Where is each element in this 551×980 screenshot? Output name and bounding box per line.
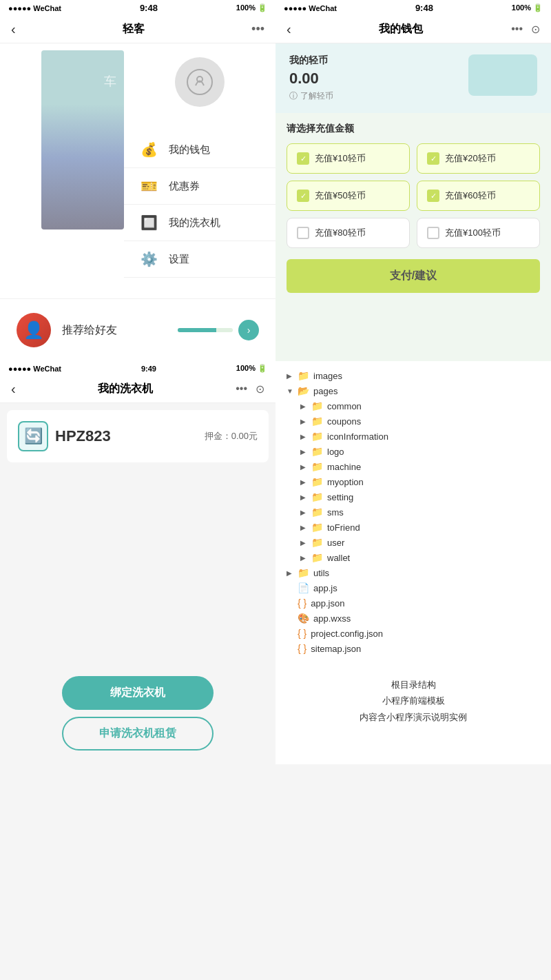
- tree-name-appwxss: app.wxss: [313, 613, 351, 624]
- wash-empty-area: [0, 469, 276, 662]
- wash-back-icon[interactable]: ‹: [11, 381, 16, 397]
- clothes-image: 车: [41, 50, 124, 229]
- filetree-panel: ▶ 📁 images ▼ 📂 pages ▶ 📁 common ▶ 📁 cou: [276, 361, 551, 764]
- wash-nav-bar: ‹ 我的洗衣机 ••• ⊙: [0, 376, 276, 403]
- wash-target-icon[interactable]: ⊙: [256, 382, 264, 396]
- machine-left: 🔄 HPZ823: [18, 421, 111, 451]
- menu-item-settings[interactable]: ⚙️ 设置: [124, 241, 276, 278]
- recommend-avatar: 👤: [17, 313, 51, 347]
- tree-coupons[interactable]: ▶ 📁 coupons: [300, 414, 540, 429]
- tree-arrow-myoption: ▶: [300, 478, 309, 486]
- tree-sitemap[interactable]: ▶ { } sitemap.json: [287, 641, 540, 656]
- tree-name-images: images: [313, 371, 342, 381]
- right-status-bar: ●●●●● WeChat 9:48 100% 🔋: [276, 0, 551, 16]
- left-more-icon[interactable]: •••: [251, 22, 264, 37]
- tree-name-appjs: app.js: [313, 583, 337, 593]
- tree-name-setting: setting: [327, 492, 353, 502]
- folder-icon-iconInfo: 📁: [311, 431, 323, 442]
- tree-arrow-toFriend: ▶: [300, 524, 309, 531]
- wash-battery: 100% 🔋: [236, 364, 267, 373]
- right-battery: 100% 🔋: [512, 3, 543, 12]
- tree-toFriend[interactable]: ▶ 📁 toFriend: [300, 520, 540, 535]
- tree-name-toFriend: toFriend: [327, 522, 360, 533]
- card-visual: [468, 54, 537, 96]
- tree-sms[interactable]: ▶ 📁 sms: [300, 504, 540, 520]
- tree-machine[interactable]: ▶ 📁 machine: [300, 459, 540, 474]
- tree-appjson[interactable]: ▶ { } app.json: [287, 595, 540, 611]
- check-100: [427, 227, 439, 239]
- tree-setting[interactable]: ▶ 📁 setting: [300, 489, 540, 504]
- tree-images[interactable]: ▶ 📁 images: [287, 368, 540, 383]
- machine-card: 🔄 HPZ823 押金：0.00元: [7, 410, 269, 462]
- recharge-label-50: 充值¥50轻币: [315, 190, 366, 202]
- pay-button[interactable]: 支付/建议: [287, 259, 540, 293]
- folder-icon-images: 📁: [298, 370, 309, 381]
- wallet-card: 我的轻币 0.00 ⓘ 了解轻币: [276, 43, 551, 113]
- wash-nav-icons: ••• ⊙: [236, 382, 264, 396]
- folder-icon-pages: 📂: [298, 385, 309, 396]
- recharge-item-20[interactable]: ✓ 充值¥20轻币: [417, 143, 540, 174]
- left-battery: 100% 🔋: [236, 3, 267, 12]
- recharge-grid: ✓ 充值¥10轻币 ✓ 充值¥20轻币 ✓ 充值¥50轻币 ✓ 充值¥60轻币: [287, 143, 540, 248]
- tree-name-sms: sms: [327, 507, 344, 518]
- recharge-label-80: 充值¥80轻币: [315, 227, 366, 239]
- tree-name-appjson: app.json: [311, 598, 344, 609]
- tree-name-projectconfig: project.config.json: [311, 629, 383, 639]
- tree-logo[interactable]: ▶ 📁 logo: [300, 444, 540, 459]
- tree-arrow-user: ▶: [300, 539, 309, 547]
- wash-panel: ●●●●● WeChat 9:49 100% 🔋 ‹ 我的洗衣机 ••• ⊙ 🔄…: [0, 361, 276, 764]
- tree-name-common: common: [327, 401, 362, 411]
- folder-icon-setting: 📁: [311, 491, 323, 502]
- tree-pages-children: ▶ 📁 common ▶ 📁 coupons ▶ 📁 iconInformati…: [287, 398, 540, 565]
- recharge-item-50[interactable]: ✓ 充值¥50轻币: [287, 181, 410, 211]
- right-nav-icons: ••• ⊙: [511, 23, 540, 36]
- tree-name-iconInfo: iconInformation: [327, 431, 388, 442]
- file-tree: ▶ 📁 images ▼ 📂 pages ▶ 📁 common ▶ 📁 cou: [287, 368, 540, 656]
- tree-myoption[interactable]: ▶ 📁 myoption: [300, 474, 540, 489]
- tree-utils[interactable]: ▶ 📁 utils: [287, 565, 540, 580]
- tree-appwxss[interactable]: ▶ 🎨 app.wxss: [287, 611, 540, 626]
- wash-more-icon[interactable]: •••: [236, 382, 247, 396]
- left-back-icon[interactable]: ‹: [11, 21, 16, 37]
- recharge-item-100[interactable]: 充值¥100轻币: [417, 218, 540, 248]
- bind-washer-button[interactable]: 绑定洗衣机: [62, 676, 214, 710]
- tree-arrow-utils: ▶: [287, 569, 295, 577]
- file-icon-projectconfig: { }: [298, 628, 306, 639]
- menu-item-washer[interactable]: 🔲 我的洗衣机: [124, 205, 276, 241]
- tree-pages[interactable]: ▼ 📂 pages: [287, 383, 540, 398]
- tree-name-coupons: coupons: [327, 416, 361, 427]
- right-time: 9:48: [415, 3, 433, 13]
- learn-coins[interactable]: ⓘ 了解轻币: [289, 90, 333, 102]
- right-back-icon[interactable]: ‹: [287, 21, 291, 37]
- rent-washer-button[interactable]: 申请洗衣机租赁: [62, 717, 214, 751]
- right-nav-title: 我的钱包: [291, 22, 512, 37]
- right-more-icon[interactable]: •••: [511, 23, 523, 36]
- tree-name-user: user: [327, 538, 344, 548]
- tree-user[interactable]: ▶ 📁 user: [300, 535, 540, 550]
- wash-time: 9:49: [141, 365, 156, 373]
- tree-wallet[interactable]: ▶ 📁 wallet: [300, 550, 540, 565]
- right-nav-bar: ‹ 我的钱包 ••• ⊙: [276, 16, 551, 43]
- tree-common[interactable]: ▶ 📁 common: [300, 398, 540, 414]
- wallet-icon: 💰: [141, 141, 158, 158]
- tree-projectconfig[interactable]: ▶ { } project.config.json: [287, 626, 540, 641]
- recommend-arrow[interactable]: ›: [238, 320, 259, 340]
- right-target-icon[interactable]: ⊙: [531, 23, 540, 36]
- recharge-item-60[interactable]: ✓ 充值¥60轻币: [417, 181, 540, 211]
- tree-iconInformation[interactable]: ▶ 📁 iconInformation: [300, 429, 540, 444]
- recharge-item-10[interactable]: ✓ 充值¥10轻币: [287, 143, 410, 174]
- tree-name-sitemap: sitemap.json: [311, 644, 361, 654]
- right-signal: ●●●●● WeChat: [284, 4, 337, 12]
- recharge-label-100: 充值¥100轻币: [445, 227, 501, 239]
- menu-item-coupons[interactable]: 🎫 优惠券: [124, 168, 276, 205]
- left-nav-bar: ‹ 轻客 •••: [0, 16, 276, 43]
- avatar: [175, 57, 225, 107]
- tree-appjs[interactable]: ▶ 📄 app.js: [287, 580, 540, 595]
- check-80: [297, 227, 309, 239]
- tree-arrow-iconInfo: ▶: [300, 433, 309, 440]
- tree-arrow-wallet: ▶: [300, 554, 309, 562]
- folder-icon-utils: 📁: [298, 567, 309, 578]
- menu-item-wallet[interactable]: 💰 我的钱包: [124, 132, 276, 168]
- tree-arrow-setting: ▶: [300, 493, 309, 501]
- recharge-item-80[interactable]: 充值¥80轻币: [287, 218, 410, 248]
